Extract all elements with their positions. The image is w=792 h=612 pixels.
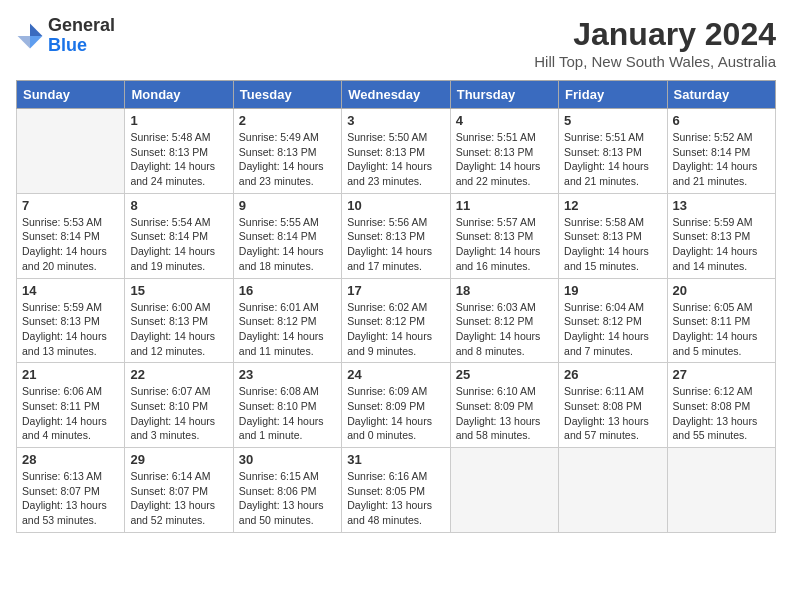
day-info: Sunrise: 5:52 AM Sunset: 8:14 PM Dayligh… xyxy=(673,130,770,189)
day-info: Sunrise: 5:50 AM Sunset: 8:13 PM Dayligh… xyxy=(347,130,444,189)
day-number: 5 xyxy=(564,113,661,128)
day-info: Sunrise: 5:59 AM Sunset: 8:13 PM Dayligh… xyxy=(673,215,770,274)
col-header-thursday: Thursday xyxy=(450,81,558,109)
calendar-cell: 27Sunrise: 6:12 AM Sunset: 8:08 PM Dayli… xyxy=(667,363,775,448)
day-number: 25 xyxy=(456,367,553,382)
day-number: 10 xyxy=(347,198,444,213)
day-number: 26 xyxy=(564,367,661,382)
calendar-cell: 16Sunrise: 6:01 AM Sunset: 8:12 PM Dayli… xyxy=(233,278,341,363)
day-info: Sunrise: 5:49 AM Sunset: 8:13 PM Dayligh… xyxy=(239,130,336,189)
svg-marker-1 xyxy=(30,36,42,48)
col-header-monday: Monday xyxy=(125,81,233,109)
calendar-table: SundayMondayTuesdayWednesdayThursdayFrid… xyxy=(16,80,776,533)
day-info: Sunrise: 6:15 AM Sunset: 8:06 PM Dayligh… xyxy=(239,469,336,528)
calendar-cell: 9Sunrise: 5:55 AM Sunset: 8:14 PM Daylig… xyxy=(233,193,341,278)
day-number: 7 xyxy=(22,198,119,213)
calendar-cell: 14Sunrise: 5:59 AM Sunset: 8:13 PM Dayli… xyxy=(17,278,125,363)
day-number: 29 xyxy=(130,452,227,467)
calendar-cell: 12Sunrise: 5:58 AM Sunset: 8:13 PM Dayli… xyxy=(559,193,667,278)
svg-marker-2 xyxy=(18,36,30,48)
day-number: 4 xyxy=(456,113,553,128)
day-number: 2 xyxy=(239,113,336,128)
day-info: Sunrise: 6:02 AM Sunset: 8:12 PM Dayligh… xyxy=(347,300,444,359)
day-info: Sunrise: 5:53 AM Sunset: 8:14 PM Dayligh… xyxy=(22,215,119,274)
day-info: Sunrise: 6:06 AM Sunset: 8:11 PM Dayligh… xyxy=(22,384,119,443)
calendar-cell: 11Sunrise: 5:57 AM Sunset: 8:13 PM Dayli… xyxy=(450,193,558,278)
calendar-cell: 20Sunrise: 6:05 AM Sunset: 8:11 PM Dayli… xyxy=(667,278,775,363)
day-info: Sunrise: 5:51 AM Sunset: 8:13 PM Dayligh… xyxy=(456,130,553,189)
logo-text: General Blue xyxy=(48,16,115,56)
day-info: Sunrise: 5:59 AM Sunset: 8:13 PM Dayligh… xyxy=(22,300,119,359)
calendar-cell: 21Sunrise: 6:06 AM Sunset: 8:11 PM Dayli… xyxy=(17,363,125,448)
calendar-cell xyxy=(17,109,125,194)
day-info: Sunrise: 5:54 AM Sunset: 8:14 PM Dayligh… xyxy=(130,215,227,274)
day-number: 6 xyxy=(673,113,770,128)
logo: General Blue xyxy=(16,16,115,56)
col-header-wednesday: Wednesday xyxy=(342,81,450,109)
col-header-sunday: Sunday xyxy=(17,81,125,109)
calendar-cell: 15Sunrise: 6:00 AM Sunset: 8:13 PM Dayli… xyxy=(125,278,233,363)
day-info: Sunrise: 6:00 AM Sunset: 8:13 PM Dayligh… xyxy=(130,300,227,359)
day-info: Sunrise: 6:08 AM Sunset: 8:10 PM Dayligh… xyxy=(239,384,336,443)
calendar-week-row: 7Sunrise: 5:53 AM Sunset: 8:14 PM Daylig… xyxy=(17,193,776,278)
calendar-week-row: 21Sunrise: 6:06 AM Sunset: 8:11 PM Dayli… xyxy=(17,363,776,448)
calendar-cell: 19Sunrise: 6:04 AM Sunset: 8:12 PM Dayli… xyxy=(559,278,667,363)
calendar-cell: 22Sunrise: 6:07 AM Sunset: 8:10 PM Dayli… xyxy=(125,363,233,448)
day-number: 20 xyxy=(673,283,770,298)
calendar-cell: 17Sunrise: 6:02 AM Sunset: 8:12 PM Dayli… xyxy=(342,278,450,363)
calendar-cell: 5Sunrise: 5:51 AM Sunset: 8:13 PM Daylig… xyxy=(559,109,667,194)
day-info: Sunrise: 5:51 AM Sunset: 8:13 PM Dayligh… xyxy=(564,130,661,189)
calendar-cell: 26Sunrise: 6:11 AM Sunset: 8:08 PM Dayli… xyxy=(559,363,667,448)
calendar-week-row: 14Sunrise: 5:59 AM Sunset: 8:13 PM Dayli… xyxy=(17,278,776,363)
calendar-cell: 13Sunrise: 5:59 AM Sunset: 8:13 PM Dayli… xyxy=(667,193,775,278)
day-number: 12 xyxy=(564,198,661,213)
day-info: Sunrise: 6:07 AM Sunset: 8:10 PM Dayligh… xyxy=(130,384,227,443)
calendar-cell xyxy=(667,448,775,533)
calendar-week-row: 28Sunrise: 6:13 AM Sunset: 8:07 PM Dayli… xyxy=(17,448,776,533)
calendar-cell: 31Sunrise: 6:16 AM Sunset: 8:05 PM Dayli… xyxy=(342,448,450,533)
calendar-cell: 2Sunrise: 5:49 AM Sunset: 8:13 PM Daylig… xyxy=(233,109,341,194)
day-info: Sunrise: 5:55 AM Sunset: 8:14 PM Dayligh… xyxy=(239,215,336,274)
month-title: January 2024 xyxy=(534,16,776,53)
day-info: Sunrise: 6:16 AM Sunset: 8:05 PM Dayligh… xyxy=(347,469,444,528)
calendar-cell xyxy=(559,448,667,533)
day-number: 13 xyxy=(673,198,770,213)
calendar-cell: 30Sunrise: 6:15 AM Sunset: 8:06 PM Dayli… xyxy=(233,448,341,533)
day-info: Sunrise: 6:10 AM Sunset: 8:09 PM Dayligh… xyxy=(456,384,553,443)
day-number: 14 xyxy=(22,283,119,298)
day-number: 27 xyxy=(673,367,770,382)
logo-blue: Blue xyxy=(48,35,87,55)
day-number: 18 xyxy=(456,283,553,298)
calendar-cell: 8Sunrise: 5:54 AM Sunset: 8:14 PM Daylig… xyxy=(125,193,233,278)
col-header-tuesday: Tuesday xyxy=(233,81,341,109)
day-number: 17 xyxy=(347,283,444,298)
svg-marker-0 xyxy=(30,23,42,35)
calendar-cell: 24Sunrise: 6:09 AM Sunset: 8:09 PM Dayli… xyxy=(342,363,450,448)
logo-icon xyxy=(16,22,44,50)
day-number: 21 xyxy=(22,367,119,382)
calendar-cell: 23Sunrise: 6:08 AM Sunset: 8:10 PM Dayli… xyxy=(233,363,341,448)
day-number: 31 xyxy=(347,452,444,467)
calendar-cell: 3Sunrise: 5:50 AM Sunset: 8:13 PM Daylig… xyxy=(342,109,450,194)
day-info: Sunrise: 6:09 AM Sunset: 8:09 PM Dayligh… xyxy=(347,384,444,443)
day-info: Sunrise: 6:05 AM Sunset: 8:11 PM Dayligh… xyxy=(673,300,770,359)
day-number: 16 xyxy=(239,283,336,298)
day-info: Sunrise: 5:58 AM Sunset: 8:13 PM Dayligh… xyxy=(564,215,661,274)
calendar-cell: 10Sunrise: 5:56 AM Sunset: 8:13 PM Dayli… xyxy=(342,193,450,278)
day-number: 19 xyxy=(564,283,661,298)
day-number: 1 xyxy=(130,113,227,128)
day-info: Sunrise: 6:01 AM Sunset: 8:12 PM Dayligh… xyxy=(239,300,336,359)
day-number: 8 xyxy=(130,198,227,213)
calendar-cell: 18Sunrise: 6:03 AM Sunset: 8:12 PM Dayli… xyxy=(450,278,558,363)
day-info: Sunrise: 5:57 AM Sunset: 8:13 PM Dayligh… xyxy=(456,215,553,274)
day-info: Sunrise: 6:14 AM Sunset: 8:07 PM Dayligh… xyxy=(130,469,227,528)
day-number: 15 xyxy=(130,283,227,298)
location: Hill Top, New South Wales, Australia xyxy=(534,53,776,70)
day-number: 3 xyxy=(347,113,444,128)
col-header-saturday: Saturday xyxy=(667,81,775,109)
day-info: Sunrise: 6:04 AM Sunset: 8:12 PM Dayligh… xyxy=(564,300,661,359)
page-header: General Blue January 2024 Hill Top, New … xyxy=(16,16,776,70)
calendar-cell: 7Sunrise: 5:53 AM Sunset: 8:14 PM Daylig… xyxy=(17,193,125,278)
day-info: Sunrise: 5:48 AM Sunset: 8:13 PM Dayligh… xyxy=(130,130,227,189)
day-info: Sunrise: 6:11 AM Sunset: 8:08 PM Dayligh… xyxy=(564,384,661,443)
